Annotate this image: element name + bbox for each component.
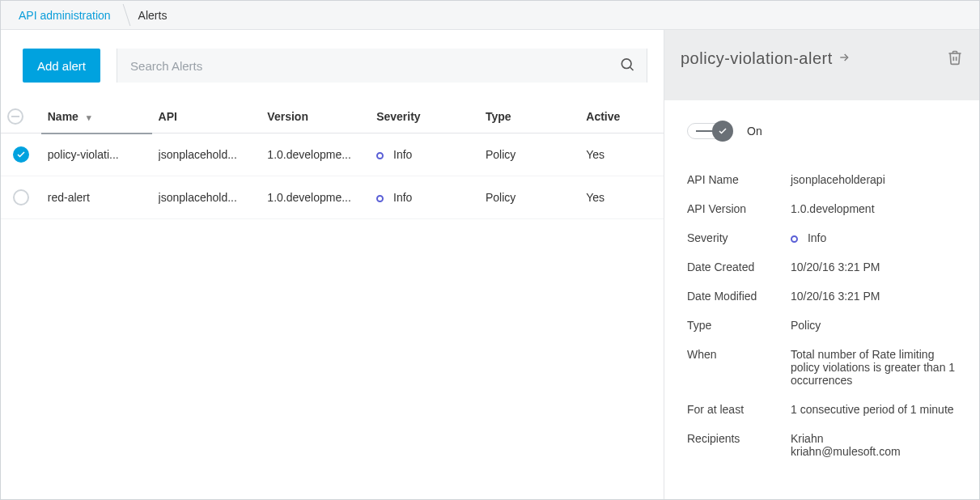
breadcrumb-current: Alerts bbox=[129, 1, 177, 29]
chevron-down-icon: ▾ bbox=[87, 112, 91, 122]
cell-severity: Info bbox=[393, 191, 412, 204]
cell-version: 1.0.developme... bbox=[267, 148, 363, 161]
select-all-toggle[interactable] bbox=[7, 108, 23, 125]
detail-api-version: API Version 1.0.development bbox=[687, 194, 960, 223]
detail-api-name: API Name jsonplaceholderapi bbox=[687, 165, 960, 194]
detail-date-modified: Date Modified 10/20/16 3:21 PM bbox=[687, 282, 960, 311]
add-alert-label: Add alert bbox=[37, 59, 86, 73]
column-header-version[interactable]: Version bbox=[261, 100, 370, 133]
cell-api: jsonplacehold... bbox=[159, 191, 255, 204]
detail-date-created: Date Created 10/20/16 3:21 PM bbox=[687, 252, 960, 282]
column-header-severity[interactable]: Severity bbox=[370, 100, 479, 133]
svg-point-0 bbox=[622, 59, 631, 69]
panel-title: policy-violation-alert bbox=[681, 49, 851, 68]
cell-api: jsonplacehold... bbox=[159, 148, 255, 161]
column-header-api[interactable]: API bbox=[152, 100, 261, 133]
breadcrumb-current-label: Alerts bbox=[138, 9, 168, 22]
detail-type: Type Policy bbox=[687, 311, 960, 340]
detail-for-at-least: For at least 1 consecutive period of 1 m… bbox=[687, 395, 960, 424]
check-icon bbox=[712, 121, 733, 142]
col-name-label: Name bbox=[48, 110, 78, 123]
severity-info-icon bbox=[791, 235, 798, 243]
row-checkbox[interactable] bbox=[13, 189, 29, 206]
detail-recipients: Recipients Kriahn kriahn@mulesoft.com bbox=[687, 424, 960, 466]
column-header-name[interactable]: Name ▾ bbox=[41, 100, 152, 133]
severity-info-icon bbox=[376, 152, 384, 159]
svg-line-1 bbox=[630, 67, 634, 70]
cell-type: Policy bbox=[486, 191, 515, 204]
alerts-table: Name ▾ API Version Severity Type Active bbox=[1, 100, 664, 219]
toggle-state-label: On bbox=[747, 125, 762, 138]
cell-active: Yes bbox=[586, 148, 605, 161]
cell-type: Policy bbox=[486, 148, 515, 161]
svg-rect-2 bbox=[11, 116, 19, 117]
column-header-active[interactable]: Active bbox=[579, 100, 664, 133]
detail-severity: Severity Info bbox=[687, 223, 960, 252]
detail-panel: policy-violation-alert bbox=[664, 30, 979, 499]
add-alert-button[interactable]: Add alert bbox=[23, 49, 100, 83]
detail-when: When Total number of Rate limiting polic… bbox=[687, 340, 960, 395]
search-wrap[interactable] bbox=[117, 49, 647, 83]
search-icon[interactable] bbox=[619, 57, 635, 75]
cell-name: policy-violati... bbox=[48, 148, 146, 161]
cell-name: red-alert bbox=[48, 191, 146, 204]
trash-icon[interactable] bbox=[947, 49, 963, 68]
row-checkbox[interactable] bbox=[13, 146, 29, 163]
enabled-toggle[interactable] bbox=[687, 123, 732, 139]
breadcrumb-root-label: API administration bbox=[19, 9, 111, 22]
share-icon[interactable] bbox=[838, 49, 851, 68]
table-row[interactable]: policy-violati... jsonplacehold... 1.0.d… bbox=[1, 133, 664, 176]
severity-info-icon bbox=[376, 195, 384, 202]
breadcrumb-root[interactable]: API administration bbox=[9, 1, 121, 29]
cell-active: Yes bbox=[586, 191, 605, 204]
breadcrumb: API administration Alerts bbox=[1, 1, 979, 30]
search-input[interactable] bbox=[117, 59, 647, 73]
cell-version: 1.0.developme... bbox=[267, 191, 363, 204]
table-row[interactable]: red-alert jsonplacehold... 1.0.developme… bbox=[1, 176, 664, 219]
cell-severity: Info bbox=[393, 148, 412, 161]
column-header-type[interactable]: Type bbox=[479, 100, 579, 133]
